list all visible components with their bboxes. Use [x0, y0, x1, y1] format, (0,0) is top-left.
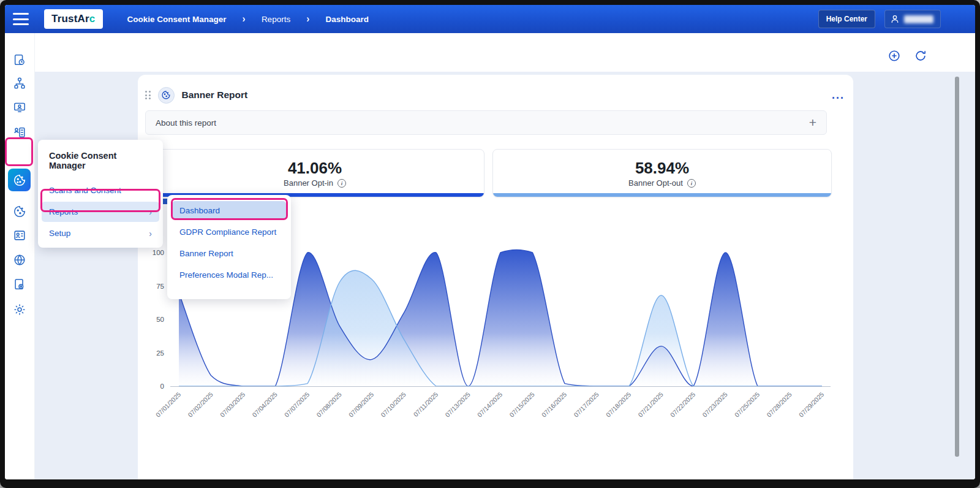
y-axis-tick-label: 50: [156, 316, 164, 323]
logo-text-main: TrustAr: [51, 13, 89, 25]
menu-item-label: Scans and Consent: [49, 186, 121, 195]
x-axis-tick-label: 07/03/2025: [219, 391, 247, 419]
stat-accent-bar: [493, 193, 831, 197]
stat-label-opt-in: Banner Opt-in: [284, 178, 333, 188]
breadcrumb-item-app[interactable]: Cookie Consent Manager: [127, 15, 227, 24]
submenu-item-label: Dashboard: [179, 206, 220, 215]
sidebar-item-hierarchy-icon[interactable]: [13, 77, 26, 90]
y-axis-tick-label: 25: [156, 349, 164, 357]
y-axis-tick-label: 0: [160, 383, 164, 390]
x-axis-tick-label: 07/29/2025: [797, 391, 826, 419]
submenu-item-label: Preferences Modal Rep...: [179, 270, 273, 280]
x-axis-tick-label: 07/23/2025: [701, 391, 729, 419]
sidebar-item-list-user-icon[interactable]: [13, 126, 26, 139]
x-axis-tick-label: 07/09/2025: [347, 391, 375, 419]
info-icon[interactable]: i: [687, 179, 696, 188]
stat-label-opt-out: Banner Opt-out: [628, 178, 683, 188]
submenu-chevron-icon: ›: [149, 207, 152, 217]
x-axis-tick-label: 07/14/2025: [476, 391, 504, 419]
x-axis-tick-label: 07/25/2025: [733, 391, 761, 419]
help-center-button[interactable]: Help Center: [818, 10, 875, 28]
submenu-item-dashboard[interactable]: Dashboard: [172, 201, 286, 219]
submenu-item-preferences-modal-report[interactable]: Preferences Modal Rep...: [172, 265, 286, 284]
menu-item-reports[interactable]: Reports ›: [42, 202, 159, 222]
submenu-item-label: Banner Report: [179, 249, 233, 258]
user-icon: [890, 14, 900, 24]
drag-handle-icon[interactable]: [145, 91, 151, 99]
sidebar-item-settings-gear-icon[interactable]: [13, 303, 26, 316]
x-axis-tick-label: 07/07/2025: [283, 391, 311, 419]
y-axis-tick-label: 100: [153, 249, 164, 256]
refresh-icon[interactable]: [914, 49, 927, 63]
left-sidebar: [5, 33, 35, 479]
widget-title: Banner Report: [182, 90, 248, 101]
reports-submenu: Dashboard GDPR Compliance Report Banner …: [167, 195, 291, 299]
sidebar-item-cookie-icon[interactable]: [13, 205, 26, 218]
y-axis-tick-label: 75: [156, 283, 164, 290]
flyout-menu-title: Cookie Consent Manager: [38, 151, 163, 170]
expand-plus-icon[interactable]: +: [809, 115, 816, 130]
zoom-in-plus-icon[interactable]: [888, 49, 901, 63]
stat-value-opt-out: 58.94%: [635, 159, 689, 177]
x-axis-tick-label: 07/22/2025: [669, 391, 697, 419]
info-icon[interactable]: i: [337, 179, 346, 188]
sidebar-item-cookie-consent-active[interactable]: [8, 169, 31, 191]
screenshot-frame: TrustArc Cookie Consent Manager › Report…: [0, 0, 980, 488]
submenu-item-banner-report[interactable]: Banner Report: [172, 244, 286, 262]
stat-card-opt-out: 58.94% Banner Opt-out i: [492, 149, 832, 197]
x-axis-tick-label: 07/18/2025: [605, 391, 633, 419]
menu-item-label: Reports: [49, 207, 78, 216]
about-report-label: About this report: [156, 118, 216, 128]
stats-row: 41.06% Banner Opt-in i 58.94% Banner Opt…: [145, 149, 832, 197]
submenu-chevron-icon: ›: [149, 229, 152, 238]
top-header-bar: TrustArc Cookie Consent Manager › Report…: [5, 5, 975, 33]
menu-item-scans-and-consent[interactable]: Scans and Consent: [42, 180, 159, 200]
widget-header: Banner Report ...: [145, 86, 845, 104]
logo-text-accent: c: [89, 13, 96, 25]
x-axis-tick-label: 07/21/2025: [636, 391, 665, 419]
x-axis-tick-label: 07/15/2025: [508, 391, 536, 419]
cookie-badge-icon: [158, 87, 175, 104]
x-axis-tick-label: 07/13/2025: [443, 391, 472, 419]
sidebar-item-monitor-user-icon[interactable]: [13, 101, 26, 114]
sidebar-item-document-icon[interactable]: [13, 278, 26, 291]
x-axis-tick-label: 07/04/2025: [251, 391, 279, 419]
stat-card-opt-in: 41.06% Banner Opt-in i: [145, 149, 484, 197]
x-axis-tick-label: 07/08/2025: [315, 391, 343, 419]
x-axis-tick-label: 07/28/2025: [765, 391, 793, 419]
x-axis-tick-label: 07/01/2025: [154, 391, 183, 419]
trustarc-logo[interactable]: TrustArc: [44, 9, 103, 29]
user-name-redacted: [904, 15, 933, 23]
sidebar-item-image-user-icon[interactable]: [13, 229, 26, 242]
about-report-accordion[interactable]: About this report +: [145, 110, 827, 135]
vertical-scrollbar[interactable]: [955, 77, 959, 457]
x-axis-tick-label: 07/16/2025: [540, 391, 568, 419]
breadcrumb-chevron-icon: ›: [306, 13, 309, 25]
submenu-item-gdpr-compliance-report[interactable]: GDPR Compliance Report: [172, 223, 286, 241]
x-axis-tick-label: 07/17/2025: [572, 391, 600, 419]
stat-value-opt-in: 41.06%: [288, 159, 342, 177]
secondary-toolbar: [35, 33, 975, 72]
menu-item-label: Setup: [49, 229, 70, 238]
app-window: TrustArc Cookie Consent Manager › Report…: [5, 5, 975, 479]
x-axis-tick-label: 07/02/2025: [186, 391, 214, 419]
menu-item-setup[interactable]: Setup ›: [42, 223, 159, 243]
submenu-item-label: GDPR Compliance Report: [179, 227, 276, 237]
more-options-button[interactable]: ...: [832, 92, 845, 98]
cookie-consent-flyout-menu: Cookie Consent Manager Scans and Consent…: [38, 140, 163, 248]
hamburger-menu-icon[interactable]: [13, 13, 29, 25]
breadcrumb-chevron-icon: ›: [243, 13, 246, 25]
breadcrumb: Cookie Consent Manager › Reports › Dashb…: [127, 13, 369, 25]
sidebar-item-report-clock-icon[interactable]: [13, 53, 26, 67]
x-axis-tick-label: 07/11/2025: [412, 391, 439, 418]
sidebar-item-globe-icon[interactable]: [13, 253, 26, 267]
breadcrumb-item-dashboard[interactable]: Dashboard: [325, 15, 369, 24]
breadcrumb-item-reports[interactable]: Reports: [262, 15, 290, 24]
x-axis-tick-label: 07/10/2025: [379, 391, 407, 419]
user-menu-button[interactable]: [884, 10, 941, 28]
